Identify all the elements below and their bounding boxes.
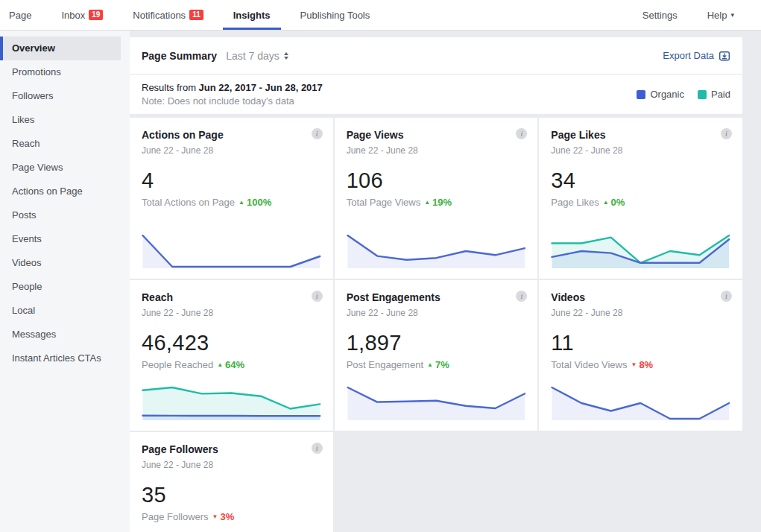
export-data-label: Export Data <box>663 50 714 61</box>
info-icon[interactable]: i <box>312 291 323 302</box>
sidebar-item[interactable]: Promotions <box>0 60 130 84</box>
sidebar-item-label: Local <box>12 305 35 316</box>
delta-value: 0% <box>611 197 625 208</box>
sparkline-chart <box>551 228 730 268</box>
metric-value: 106 <box>347 168 526 193</box>
page-summary-bar: Page Summary Last 7 days Export Data <box>130 37 742 75</box>
info-icon[interactable]: i <box>312 128 323 139</box>
sidebar-item[interactable]: Page Views <box>0 156 130 180</box>
nav-left: Page Inbox 19 Notifications 11 Insights … <box>9 0 370 30</box>
metric-cards-grid: Actions on Page i June 22 - June 28 4 To… <box>130 118 742 532</box>
sidebar-item[interactable]: Posts <box>0 203 130 227</box>
caret-down-icon: ▾ <box>730 11 734 19</box>
sidebar-item[interactable]: Messages <box>0 323 130 346</box>
metric-value: 35 <box>142 483 321 507</box>
metric-card: Actions on Page i June 22 - June 28 4 To… <box>130 118 333 279</box>
card-date-range: June 22 - June 28 <box>551 308 730 318</box>
delta-value: 100% <box>247 197 271 208</box>
sidebar-item[interactable]: Overview <box>0 37 121 60</box>
nav-tab[interactable]: Inbox 19 <box>61 0 103 30</box>
metric-label-row: Total Actions on Page ▲ 100% <box>142 197 321 208</box>
metric-label-row: Total Video Views ▼ 8% <box>551 359 730 370</box>
legend-swatch-icon <box>698 90 707 99</box>
delta-value: 64% <box>225 359 244 370</box>
chart-legend: Organic Paid <box>637 89 730 100</box>
nav-menu-item[interactable]: Settings <box>642 0 678 30</box>
sidebar-item-label: Likes <box>12 114 34 125</box>
info-icon[interactable]: i <box>312 443 323 454</box>
card-date-range: June 22 - June 28 <box>347 308 526 318</box>
card-title: Videos <box>551 291 730 303</box>
sidebar-item-label: Posts <box>12 209 37 221</box>
metric-label-row: Total Page Views ▲ 19% <box>347 197 526 208</box>
metric-label-row: People Reached ▲ 64% <box>142 359 321 370</box>
metric-value: 46,423 <box>142 331 321 355</box>
card-date-range: June 22 - June 28 <box>142 460 321 470</box>
delta-arrow-icon: ▲ <box>239 200 244 206</box>
sidebar-item-label: Reach <box>12 138 40 149</box>
metric-delta: ▼ 3% <box>212 511 235 522</box>
card-title: Page Followers <box>142 443 321 455</box>
delta-value: 8% <box>639 359 653 370</box>
results-range-text: Results from Jun 22, 2017 - Jun 28, 2017 <box>142 82 323 93</box>
sidebar: Overview Promotions Followers Likes Reac… <box>0 31 130 532</box>
legend-item: Paid <box>698 89 730 100</box>
delta-arrow-icon: ▲ <box>603 200 609 206</box>
legend-label: Organic <box>650 89 684 100</box>
date-range-label: Last 7 days <box>226 50 280 62</box>
sparkline-chart <box>142 228 321 268</box>
metric-value: 11 <box>551 331 730 355</box>
main-area: Page Summary Last 7 days Export Data <box>130 31 761 532</box>
sidebar-item-label: Followers <box>12 90 54 101</box>
metric-label: Post Engagement <box>347 359 423 370</box>
metric-card: Page Views i June 22 - June 28 106 Total… <box>335 118 538 279</box>
delta-value: 19% <box>432 197 452 208</box>
sidebar-item[interactable]: Likes <box>0 108 130 132</box>
sidebar-item-label: Page Views <box>12 162 63 173</box>
metric-value: 1,897 <box>347 331 526 355</box>
nav-tab[interactable]: Insights <box>233 0 271 30</box>
sidebar-item[interactable]: Actions on Page <box>0 180 130 203</box>
metric-card: Post Engagements i June 22 - June 28 1,8… <box>335 280 538 431</box>
sidebar-item-label: Promotions <box>12 66 61 77</box>
notification-badge: 19 <box>89 10 103 20</box>
notification-badge: 11 <box>189 10 203 20</box>
info-icon[interactable]: i <box>721 128 732 139</box>
nav-menu-label: Settings <box>642 10 678 21</box>
delta-arrow-icon: ▲ <box>424 200 430 206</box>
sparkline-chart <box>142 380 321 420</box>
metric-label: Total Video Views <box>551 359 627 370</box>
card-date-range: June 22 - June 28 <box>142 308 321 318</box>
metric-label: Page Followers <box>142 511 209 522</box>
sidebar-item[interactable]: Events <box>0 227 130 251</box>
delta-value: 3% <box>221 511 235 522</box>
nav-tab[interactable]: Publishing Tools <box>300 0 370 30</box>
nav-tab-label: Publishing Tools <box>300 10 370 21</box>
date-range-dropdown[interactable]: Last 7 days <box>226 50 288 62</box>
metric-delta: ▲ 100% <box>239 197 271 208</box>
sidebar-item[interactable]: Local <box>0 299 130 323</box>
metric-label: People Reached <box>142 359 213 370</box>
sidebar-item-label: Videos <box>12 257 42 268</box>
export-data-link[interactable]: Export Data <box>663 50 730 62</box>
results-bar: Results from Jun 22, 2017 - Jun 28, 2017… <box>130 75 742 114</box>
sidebar-item[interactable]: Reach <box>0 132 130 156</box>
top-nav: Page Inbox 19 Notifications 11 Insights … <box>0 0 761 31</box>
metric-card: Page Followers i June 22 - June 28 35 Pa… <box>130 432 333 532</box>
download-icon <box>719 50 730 62</box>
delta-arrow-icon: ▲ <box>427 362 433 368</box>
metric-delta: ▲ 64% <box>217 359 244 370</box>
nav-tab[interactable]: Page <box>9 0 31 30</box>
sidebar-item[interactable]: Followers <box>0 84 130 108</box>
metric-label: Total Page Views <box>347 197 421 208</box>
metric-delta: ▲ 0% <box>603 197 625 208</box>
info-icon[interactable]: i <box>721 291 732 302</box>
metric-card: Reach i June 22 - June 28 46,423 People … <box>130 280 333 431</box>
nav-tab[interactable]: Notifications 11 <box>133 0 203 30</box>
sidebar-item[interactable]: People <box>0 275 130 299</box>
nav-menu-item[interactable]: Help ▾ <box>707 0 734 30</box>
sidebar-item[interactable]: Instant Articles CTAs <box>0 346 130 370</box>
sidebar-item[interactable]: Videos <box>0 251 130 275</box>
sidebar-item-label: Events <box>12 233 42 244</box>
legend-item: Organic <box>637 89 684 100</box>
